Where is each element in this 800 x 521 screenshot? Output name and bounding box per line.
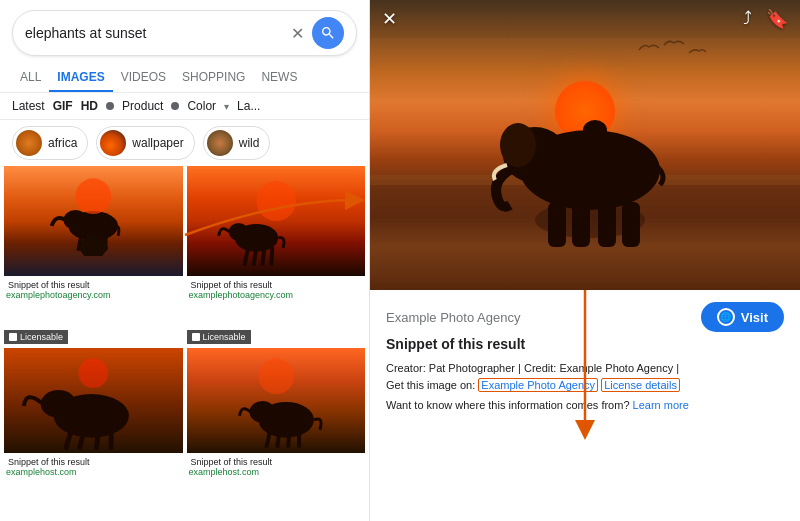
svg-point-33 xyxy=(500,123,536,167)
svg-line-4 xyxy=(96,231,98,251)
filter-more[interactable]: La... xyxy=(237,99,260,113)
meta-text: Creator: Pat Photographer | Credit: Exam… xyxy=(386,360,784,393)
creator-credit: Creator: Pat Photographer | Credit: Exam… xyxy=(386,362,679,374)
image-4 xyxy=(187,348,366,453)
pill-wild-img xyxy=(207,130,233,156)
snippet-title: Snippet of this result xyxy=(386,336,784,352)
agency-link[interactable]: Example Photo Agency xyxy=(478,378,598,392)
share-icon[interactable]: ⤴ xyxy=(743,8,752,30)
app-container: ✕ ALL IMAGES VIDEOS SHOPPING NEWS Latest… xyxy=(0,0,800,521)
tab-all[interactable]: ALL xyxy=(12,64,49,92)
badge-licensable-2: Licensable xyxy=(187,330,251,344)
snippet-label-3: Snippet of this result xyxy=(6,455,181,467)
image-2 xyxy=(187,166,366,276)
snippet-1: Snippet of this result examplephotoagenc… xyxy=(4,276,183,300)
pill-wild[interactable]: wild xyxy=(203,126,271,160)
snippet-url-1: examplephotoagency.com xyxy=(6,290,181,300)
tab-news[interactable]: NEWS xyxy=(253,64,305,92)
bookmark-icon[interactable]: 🔖 xyxy=(766,8,788,30)
snippet-label-1: Snippet of this result xyxy=(6,278,181,290)
right-info: Example Photo Agency 🌐 Visit Snippet of … xyxy=(370,290,800,521)
license-link[interactable]: License details xyxy=(601,378,680,392)
search-button[interactable] xyxy=(312,17,344,49)
svg-point-21 xyxy=(258,358,294,394)
snippet-label-2: Snippet of this result xyxy=(189,278,364,290)
svg-point-38 xyxy=(583,120,607,140)
right-panel: ✕ ⤴ 🔖 xyxy=(370,0,800,521)
svg-line-5 xyxy=(105,230,106,251)
pill-wallpaper[interactable]: wallpaper xyxy=(96,126,194,160)
elephant-silhouette-4 xyxy=(187,348,366,453)
filter-bar: Latest GIF HD Product Color ▾ La... xyxy=(0,93,369,120)
image-3 xyxy=(4,348,183,453)
svg-rect-39 xyxy=(588,138,602,156)
badge-icon-1 xyxy=(9,333,17,341)
filter-color[interactable]: Color xyxy=(187,99,216,113)
filter-product[interactable]: Product xyxy=(122,99,163,113)
pill-wild-label: wild xyxy=(239,136,260,150)
svg-point-9 xyxy=(228,223,248,241)
svg-rect-35 xyxy=(572,202,590,247)
svg-point-6 xyxy=(75,178,111,214)
question-text: Want to know where this information come… xyxy=(386,399,630,411)
color-chevron[interactable]: ▾ xyxy=(224,101,229,112)
svg-line-12 xyxy=(262,248,264,266)
pill-africa[interactable]: africa xyxy=(12,126,88,160)
svg-point-1 xyxy=(64,210,88,230)
pill-africa-label: africa xyxy=(48,136,77,150)
learn-more-link[interactable]: Learn more xyxy=(633,399,689,411)
header-action-icons: ⤴ 🔖 xyxy=(743,8,788,30)
get-image-text: Get this image on: xyxy=(386,379,475,391)
grid-item-4[interactable]: Snippet of this result examplehost.com xyxy=(187,348,366,521)
image-1 xyxy=(4,166,183,276)
snippet-label-4: Snippet of this result xyxy=(189,455,364,467)
globe-icon: 🌐 xyxy=(717,308,735,326)
search-bar[interactable]: ✕ xyxy=(12,10,357,56)
visit-label: Visit xyxy=(741,310,768,325)
filter-latest[interactable]: Latest xyxy=(12,99,45,113)
badge-licensable-1: Licensable xyxy=(4,330,68,344)
svg-point-7 xyxy=(256,181,296,221)
badge-text-2: Licensable xyxy=(203,332,246,342)
svg-line-17 xyxy=(65,430,71,450)
pill-row: africa wallpaper wild xyxy=(0,120,369,166)
agency-row: Example Photo Agency 🌐 Visit xyxy=(386,302,784,332)
snippet-url-2: examplephotoagency.com xyxy=(189,290,364,300)
snippet-url-4: examplehost.com xyxy=(189,467,364,477)
snippet-url-3: examplehost.com xyxy=(6,467,181,477)
svg-line-19 xyxy=(96,433,98,450)
tab-videos[interactable]: VIDEOS xyxy=(113,64,174,92)
svg-line-25 xyxy=(277,432,279,448)
svg-point-16 xyxy=(41,390,77,418)
svg-point-14 xyxy=(78,358,108,388)
svg-rect-37 xyxy=(622,202,640,247)
nav-tabs: ALL IMAGES VIDEOS SHOPPING NEWS xyxy=(0,64,369,93)
svg-rect-34 xyxy=(548,202,566,247)
tab-images[interactable]: IMAGES xyxy=(49,64,112,92)
visit-button[interactable]: 🌐 Visit xyxy=(701,302,784,332)
tab-shopping[interactable]: SHOPPING xyxy=(174,64,253,92)
snippet-3: Snippet of this result examplehost.com xyxy=(4,453,183,477)
color-dot xyxy=(171,102,179,110)
snippet-2: Snippet of this result examplephotoagenc… xyxy=(187,276,366,300)
snippet-4: Snippet of this result examplehost.com xyxy=(187,453,366,477)
pill-wallpaper-label: wallpaper xyxy=(132,136,183,150)
grid-item-3[interactable]: Snippet of this result examplehost.com xyxy=(4,348,183,521)
close-icon[interactable]: ✕ xyxy=(291,24,304,43)
grid-item-1[interactable]: Licensable Snippet of this result exampl… xyxy=(4,166,183,344)
svg-rect-36 xyxy=(598,202,616,247)
image-grid: Licensable Snippet of this result exampl… xyxy=(0,166,369,521)
main-elephant-scene xyxy=(370,0,800,290)
badge-icon-2 xyxy=(192,333,200,341)
pill-africa-img xyxy=(16,130,42,156)
svg-line-26 xyxy=(288,432,289,448)
filter-gif[interactable]: GIF xyxy=(53,99,73,113)
svg-line-13 xyxy=(271,247,272,266)
elephant-silhouette-1 xyxy=(4,166,183,276)
provenance-text: Want to know where this information come… xyxy=(386,397,784,414)
search-input[interactable] xyxy=(25,25,291,41)
close-icon[interactable]: ✕ xyxy=(382,8,397,30)
filter-hd[interactable]: HD xyxy=(81,99,98,113)
grid-item-2[interactable]: Licensable Snippet of this result exampl… xyxy=(187,166,366,344)
svg-point-23 xyxy=(249,401,275,423)
